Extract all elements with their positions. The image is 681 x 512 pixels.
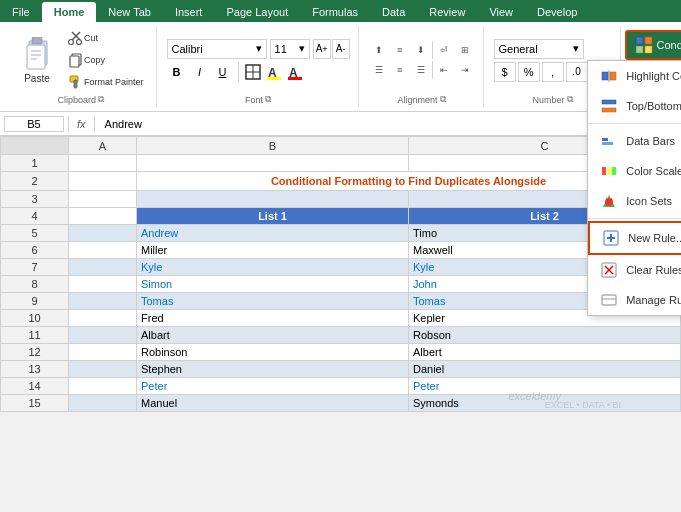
cell-a3[interactable] <box>69 191 137 208</box>
cell-a15[interactable] <box>69 395 137 412</box>
indent-increase-button[interactable]: ⇥ <box>455 61 475 79</box>
tab-formulas[interactable]: Formulas <box>300 2 370 22</box>
icon-sets-item[interactable]: Icon Sets › <box>588 186 681 216</box>
clipboard-expand-icon[interactable]: ⧉ <box>98 94 104 105</box>
cell-b1[interactable] <box>137 155 409 172</box>
tab-newtab[interactable]: New Tab <box>96 2 163 22</box>
cell-b13[interactable]: Stephen <box>137 361 409 378</box>
currency-button[interactable]: $ <box>494 62 516 82</box>
row-7[interactable]: 7 <box>1 259 69 276</box>
clear-rules-item[interactable]: Clear Rules › <box>588 255 681 285</box>
font-expand-icon[interactable]: ⧉ <box>265 94 271 105</box>
row-14[interactable]: 14 <box>1 378 69 395</box>
cell-a1[interactable] <box>69 155 137 172</box>
cell-b6[interactable]: Miller <box>137 242 409 259</box>
row-9[interactable]: 9 <box>1 293 69 310</box>
bold-button[interactable]: B <box>167 62 187 82</box>
col-header-b[interactable]: B <box>137 137 409 155</box>
align-middle-button[interactable]: ≡ <box>390 41 410 59</box>
row-4[interactable]: 4 <box>1 208 69 225</box>
row-11[interactable]: 11 <box>1 327 69 344</box>
cell-b14[interactable]: Peter <box>137 378 409 395</box>
cell-c13[interactable]: Daniel <box>409 361 681 378</box>
cell-a8[interactable] <box>69 276 137 293</box>
row-15[interactable]: 15 <box>1 395 69 412</box>
manage-rules-item[interactable]: Manage Rules... <box>588 285 681 315</box>
cell-reference[interactable]: B5 <box>4 116 64 132</box>
row-5[interactable]: 5 <box>1 225 69 242</box>
cell-b9[interactable]: Tomas <box>137 293 409 310</box>
color-scales-item[interactable]: Color Scales › <box>588 156 681 186</box>
align-left-button[interactable]: ☰ <box>369 61 389 79</box>
cell-a4[interactable] <box>69 208 137 225</box>
tab-develop[interactable]: Develop <box>525 2 589 22</box>
align-center-button[interactable]: ≡ <box>390 61 410 79</box>
tab-data[interactable]: Data <box>370 2 417 22</box>
row-12[interactable]: 12 <box>1 344 69 361</box>
wrap-text-button[interactable]: ⏎ <box>434 41 454 59</box>
tab-pagelayout[interactable]: Page Layout <box>214 2 300 22</box>
cell-b5[interactable]: Andrew <box>137 225 409 242</box>
row-3[interactable]: 3 <box>1 191 69 208</box>
cell-c12[interactable]: Albert <box>409 344 681 361</box>
row-6[interactable]: 6 <box>1 242 69 259</box>
cell-a5[interactable] <box>69 225 137 242</box>
copy-button[interactable]: Copy <box>64 50 148 70</box>
fill-color-button[interactable]: A <box>265 63 283 81</box>
font-increase-button[interactable]: A+ <box>313 39 331 59</box>
cell-a14[interactable] <box>69 378 137 395</box>
cell-b8[interactable]: Simon <box>137 276 409 293</box>
cell-a13[interactable] <box>69 361 137 378</box>
tab-file[interactable]: File <box>0 2 42 22</box>
cut-button[interactable]: Cut <box>64 28 148 48</box>
format-painter-button[interactable]: Format Painter <box>64 72 148 92</box>
tab-home[interactable]: Home <box>42 2 97 22</box>
font-size-dropdown[interactable]: 11 ▾ <box>270 39 310 59</box>
cell-a10[interactable] <box>69 310 137 327</box>
percent-button[interactable]: % <box>518 62 540 82</box>
tab-insert[interactable]: Insert <box>163 2 215 22</box>
paste-button[interactable]: Paste <box>14 32 60 89</box>
cell-a2[interactable] <box>69 172 137 191</box>
cell-c11[interactable]: Robson <box>409 327 681 344</box>
cell-a12[interactable] <box>69 344 137 361</box>
align-bottom-button[interactable]: ⬇ <box>411 41 431 59</box>
tab-review[interactable]: Review <box>417 2 477 22</box>
new-rule-item[interactable]: New Rule... <box>588 221 681 255</box>
underline-button[interactable]: U <box>213 62 233 82</box>
cell-b3[interactable] <box>137 191 409 208</box>
cell-b7[interactable]: Kyle <box>137 259 409 276</box>
cell-a6[interactable] <box>69 242 137 259</box>
tab-view[interactable]: View <box>477 2 525 22</box>
indent-decrease-button[interactable]: ⇤ <box>434 61 454 79</box>
font-name-dropdown[interactable]: Calibri ▾ <box>167 39 267 59</box>
number-expand-icon[interactable]: ⧉ <box>567 94 573 105</box>
cell-b10[interactable]: Fred <box>137 310 409 327</box>
highlight-cells-rules-item[interactable]: Highlight Cells Rules › <box>588 61 681 91</box>
align-top-button[interactable]: ⬆ <box>369 41 389 59</box>
conditional-formatting-button[interactable]: Conditional Formatting ▾ <box>625 30 681 60</box>
cell-a9[interactable] <box>69 293 137 310</box>
cell-a11[interactable] <box>69 327 137 344</box>
data-bars-item[interactable]: Data Bars › <box>588 126 681 156</box>
borders-button[interactable] <box>244 63 262 81</box>
cell-b4-header[interactable]: List 1 <box>137 208 409 225</box>
row-13[interactable]: 13 <box>1 361 69 378</box>
cell-a7[interactable] <box>69 259 137 276</box>
italic-button[interactable]: I <box>190 62 210 82</box>
top-bottom-rules-item[interactable]: Top/Bottom Rules › <box>588 91 681 121</box>
merge-button[interactable]: ⊞ <box>455 41 475 59</box>
cell-b11[interactable]: Albart <box>137 327 409 344</box>
font-decrease-button[interactable]: A- <box>332 39 350 59</box>
font-color-button[interactable]: A <box>286 63 304 81</box>
number-format-dropdown[interactable]: General ▾ <box>494 39 584 59</box>
increase-decimal-button[interactable]: .0 <box>566 62 588 82</box>
alignment-expand-icon[interactable]: ⧉ <box>440 94 446 105</box>
row-2[interactable]: 2 <box>1 172 69 191</box>
row-1[interactable]: 1 <box>1 155 69 172</box>
cell-b12[interactable]: Robinson <box>137 344 409 361</box>
row-8[interactable]: 8 <box>1 276 69 293</box>
cell-b15[interactable]: Manuel <box>137 395 409 412</box>
comma-button[interactable]: , <box>542 62 564 82</box>
row-10[interactable]: 10 <box>1 310 69 327</box>
